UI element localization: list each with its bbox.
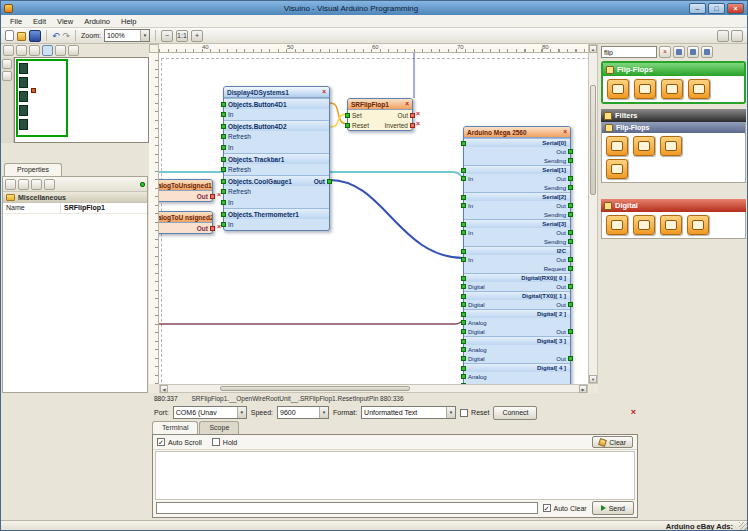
flipflop-component-icon[interactable] xyxy=(688,79,710,99)
filter-component-icon[interactable] xyxy=(633,136,655,156)
undo-icon[interactable]: ↶ xyxy=(52,30,60,42)
digital-component-icon[interactable] xyxy=(660,215,682,235)
port-select[interactable]: COM6 (Unav ▾ xyxy=(173,406,247,419)
output-pin[interactable] xyxy=(568,185,573,190)
select-tool-icon[interactable] xyxy=(2,71,12,81)
navigator-tool-icon[interactable] xyxy=(55,45,66,56)
output-pin[interactable] xyxy=(568,266,573,271)
pan-tool-icon[interactable] xyxy=(2,59,12,69)
redo-icon[interactable]: ↷ xyxy=(63,30,71,42)
input-pin[interactable] xyxy=(461,383,466,384)
speed-select[interactable]: 9600 ▾ xyxy=(277,406,329,419)
input-pin[interactable] xyxy=(461,276,466,281)
component-header[interactable]: Display4DSystems1 × xyxy=(224,87,329,98)
navigator-tool-icon[interactable] xyxy=(16,45,27,56)
close-component-icon[interactable]: × xyxy=(322,89,326,96)
new-file-icon[interactable] xyxy=(5,30,14,41)
component-srflipflop1[interactable]: SRFlipFlop1 × Set Out xyxy=(347,98,413,131)
terminal-tab[interactable]: Terminal xyxy=(152,421,198,434)
property-value[interactable]: SRFlipFlop1 xyxy=(61,203,147,213)
category-header-flip-flops[interactable]: Flip-Flops xyxy=(603,63,744,76)
output-pin[interactable] xyxy=(568,212,573,217)
output-pin[interactable] xyxy=(410,123,415,128)
filter-component-icon[interactable] xyxy=(606,136,628,156)
format-select[interactable]: Unformatted Text ▾ xyxy=(361,406,456,419)
pin-panel-icon[interactable] xyxy=(140,182,145,187)
reset-checkbox[interactable]: Reset xyxy=(460,409,489,417)
wire-analog-digital2[interactable] xyxy=(159,321,464,324)
input-pin[interactable] xyxy=(461,294,466,299)
output-pin[interactable] xyxy=(210,194,215,199)
close-button[interactable]: × xyxy=(727,3,744,14)
hold-checkbox[interactable]: Hold xyxy=(212,438,237,446)
input-pin[interactable] xyxy=(221,112,226,117)
menu-item[interactable]: Arduino xyxy=(79,16,116,27)
checkbox-box[interactable] xyxy=(460,409,468,417)
category-header-filters[interactable]: Filters xyxy=(601,109,746,122)
input-pin[interactable] xyxy=(461,374,466,379)
filter-component-icon[interactable] xyxy=(660,136,682,156)
navigator-tool-icon[interactable] xyxy=(3,45,14,56)
checkbox-box[interactable] xyxy=(212,438,220,446)
input-pin[interactable] xyxy=(461,339,466,344)
component-arduino-mega-2560[interactable]: Arduino Mega 2560 × Serial[0] xyxy=(463,126,571,384)
input-pin[interactable] xyxy=(461,347,466,352)
input-pin[interactable] xyxy=(221,222,226,227)
output-pin[interactable] xyxy=(327,179,332,184)
input-pin[interactable] xyxy=(221,157,226,162)
menu-item[interactable]: File xyxy=(5,16,28,27)
output-pin[interactable] xyxy=(410,113,415,118)
component-analogtounsigned2[interactable]: AnalogToU nsigned2 Out xyxy=(159,211,213,234)
input-pin[interactable] xyxy=(461,302,466,307)
connect-button[interactable]: Connect xyxy=(493,406,537,420)
output-pin[interactable] xyxy=(568,257,573,262)
input-pin[interactable] xyxy=(461,168,466,173)
input-pin[interactable] xyxy=(461,230,466,235)
input-pin[interactable] xyxy=(345,113,350,118)
open-file-icon[interactable] xyxy=(17,32,26,41)
checkbox-box[interactable]: ✓ xyxy=(157,438,165,446)
navigator-thumbnail[interactable] xyxy=(14,57,149,143)
input-pin[interactable] xyxy=(461,257,466,262)
resize-grip[interactable] xyxy=(739,522,748,531)
close-component-icon[interactable]: × xyxy=(563,129,567,136)
scrollbar-thumb[interactable] xyxy=(220,386,410,391)
input-pin[interactable] xyxy=(461,320,466,325)
input-pin[interactable] xyxy=(221,134,226,139)
expand-all-icon[interactable] xyxy=(687,46,699,58)
component-header[interactable]: AnalogToU nsigned2 xyxy=(159,212,212,223)
filter-component-icon[interactable] xyxy=(606,159,628,179)
wire-coolgauge-i2c[interactable] xyxy=(330,180,464,258)
flipflop-component-icon[interactable] xyxy=(607,79,629,99)
output-pin[interactable] xyxy=(568,203,573,208)
navigator-tool-icon[interactable] xyxy=(29,45,40,56)
component-header[interactable]: SRFlipFlop1 × xyxy=(348,99,412,110)
input-pin[interactable] xyxy=(461,284,466,289)
menu-item[interactable]: Edit xyxy=(28,16,52,27)
chevron-down-icon[interactable]: ▾ xyxy=(140,30,149,41)
toggle-panel-icon[interactable] xyxy=(717,30,729,42)
output-pin[interactable] xyxy=(210,226,215,231)
output-pin[interactable] xyxy=(568,230,573,235)
vertical-scrollbar[interactable]: ▲ ▼ xyxy=(588,44,598,384)
scroll-down-icon[interactable]: ▼ xyxy=(589,375,597,383)
search-clear-icon[interactable]: × xyxy=(659,46,671,58)
pin-palette-icon[interactable] xyxy=(701,46,713,58)
scroll-left-icon[interactable]: ◀ xyxy=(160,385,168,393)
input-pin[interactable] xyxy=(221,124,226,129)
filter-icon[interactable] xyxy=(673,46,685,58)
output-pin[interactable] xyxy=(568,356,573,361)
category-header-digital[interactable]: Digital xyxy=(601,199,746,212)
chevron-down-icon[interactable]: ▾ xyxy=(446,407,455,418)
input-pin[interactable] xyxy=(221,167,226,172)
menu-item[interactable]: Help xyxy=(116,16,142,27)
terminal-tab[interactable]: Scope xyxy=(199,421,239,434)
zoom-select[interactable]: 100% ▾ xyxy=(104,29,150,42)
input-pin[interactable] xyxy=(461,249,466,254)
grid-toggle-icon[interactable] xyxy=(42,45,53,56)
output-pin[interactable] xyxy=(568,239,573,244)
close-component-icon[interactable]: × xyxy=(405,101,409,108)
horizontal-scrollbar[interactable]: ◀ ▶ xyxy=(159,384,588,393)
input-pin[interactable] xyxy=(221,189,226,194)
input-pin[interactable] xyxy=(461,356,466,361)
